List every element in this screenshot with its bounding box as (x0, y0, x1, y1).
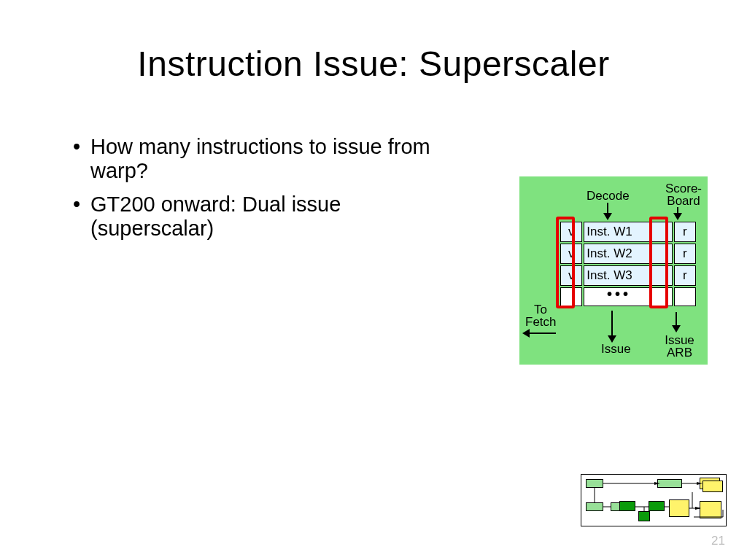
buffer-row: v Inst. W3 r (560, 265, 696, 286)
pipeline-diagram (581, 474, 727, 526)
pipe-connectors (581, 475, 727, 527)
bullet-item: How many instructions to issue from warp… (73, 135, 467, 184)
label-issue-arb: IssueARB (659, 334, 700, 359)
slide: Instruction Issue: Superscaler How many … (0, 0, 747, 560)
svg-marker-8 (654, 482, 660, 485)
svg-marker-9 (697, 482, 703, 485)
buffer-row: v Inst. W2 r (560, 244, 696, 264)
highlight-valid-column (556, 217, 575, 308)
label-to-fetch: ToFetch (525, 303, 556, 328)
ready-bit: r (674, 222, 696, 242)
page-number: 21 (711, 534, 725, 548)
buffer-row: v Inst. W1 r (560, 222, 696, 242)
highlight-ready-column (649, 217, 668, 308)
bullet-item: GT200 onward: Dual issue (superscalar) (73, 192, 467, 241)
ready-bit: r (674, 244, 696, 264)
bullet-list: How many instructions to issue from warp… (73, 135, 467, 249)
issue-buffer-diagram: Decode Score-Board ToFetch Issue IssueAR… (519, 176, 708, 365)
label-scoreboard: Score-Board (659, 182, 708, 207)
label-issue: Issue (601, 343, 631, 355)
ready-bit: r (674, 265, 696, 286)
ellipsis-icon: ••• (607, 286, 631, 303)
label-decode: Decode (587, 190, 630, 202)
svg-marker-10 (695, 507, 701, 510)
slide-title: Instruction Issue: Superscaler (0, 44, 747, 84)
